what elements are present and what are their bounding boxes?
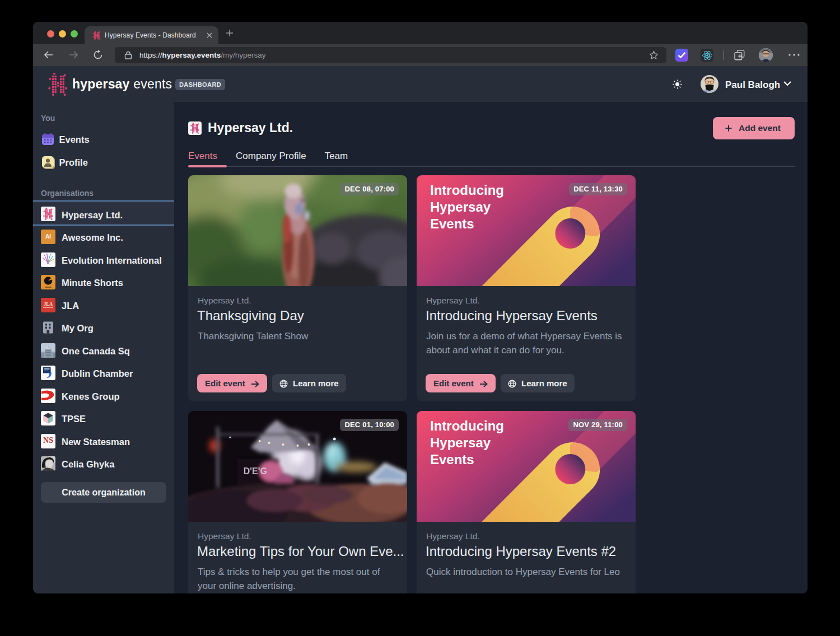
svg-text:minute: minute	[45, 286, 52, 288]
svg-text:D'E'G: D'E'G	[244, 466, 267, 476]
